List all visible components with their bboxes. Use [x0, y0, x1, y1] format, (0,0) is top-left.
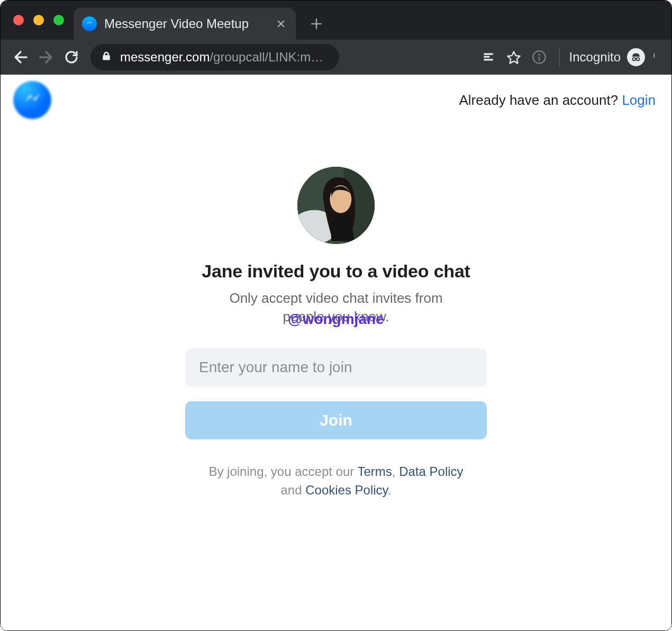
svg-point-4 [637, 58, 640, 61]
svg-point-7 [653, 56, 655, 57]
page-content: Already have an account? Login Jane invi… [1, 75, 671, 631]
svg-point-5 [653, 53, 655, 55]
lock-icon [101, 50, 112, 65]
site-info-icon[interactable] [529, 47, 550, 68]
tab-strip: Messenger Video Meetup [74, 1, 337, 40]
fullscreen-window-button[interactable] [53, 15, 64, 25]
account-prompt-text: Already have an account? [459, 92, 622, 108]
svg-point-1 [538, 54, 540, 56]
messenger-logo[interactable] [13, 81, 51, 119]
cookies-policy-link[interactable]: Cookies Policy [305, 483, 388, 497]
terms-link[interactable]: Terms [357, 464, 392, 479]
incognito-icon [627, 48, 645, 66]
legal-text: By joining, you accept our Terms, Data P… [208, 463, 463, 500]
back-button[interactable] [10, 47, 31, 68]
name-input[interactable] [185, 348, 487, 386]
inviter-avatar [297, 167, 375, 244]
forward-button[interactable] [35, 47, 57, 68]
window-controls [1, 15, 64, 25]
join-button[interactable]: Join [185, 401, 487, 439]
address-bar[interactable]: messenger.com/groupcall/LINK:m… [90, 44, 339, 70]
page-header: Already have an account? Login [1, 75, 671, 119]
chrome-menu-button[interactable] [649, 48, 662, 67]
url-path: /groupcall/LINK:m… [210, 50, 323, 65]
reader-mode-icon[interactable] [478, 47, 499, 68]
tab-active[interactable]: Messenger Video Meetup [74, 8, 296, 40]
close-window-button[interactable] [13, 15, 24, 25]
incognito-indicator[interactable]: Incognito [569, 48, 645, 66]
incognito-label: Incognito [569, 50, 621, 65]
invite-heading: Jane invited you to a video chat [202, 261, 470, 282]
watermark: @wongmjane [288, 311, 384, 328]
tab-title: Messenger Video Meetup [104, 16, 274, 31]
toolbar: messenger.com/groupcall/LINK:m… Incognit… [1, 40, 671, 75]
bookmark-icon[interactable] [503, 47, 524, 68]
svg-rect-2 [538, 57, 539, 61]
new-tab-button[interactable] [296, 8, 337, 40]
messenger-icon [82, 16, 97, 31]
browser-chrome: Messenger Video Meetup messenger.com/gro… [1, 1, 671, 75]
login-link[interactable]: Login [622, 92, 656, 108]
data-policy-link[interactable]: Data Policy [399, 464, 463, 479]
minimize-window-button[interactable] [33, 15, 44, 25]
toolbar-divider [559, 48, 560, 67]
invite-card: Jane invited you to a video chat Only ac… [1, 119, 671, 500]
svg-point-6 [653, 55, 655, 56]
url-domain: messenger.com [120, 50, 210, 65]
reload-button[interactable] [61, 47, 82, 68]
close-tab-button[interactable] [274, 16, 288, 31]
svg-point-3 [633, 58, 636, 61]
titlebar: Messenger Video Meetup [1, 1, 671, 40]
account-prompt: Already have an account? Login [459, 92, 656, 109]
